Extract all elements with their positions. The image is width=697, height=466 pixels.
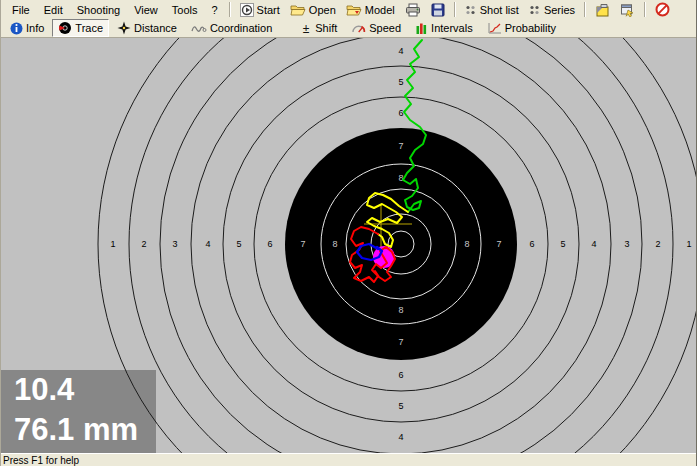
menu-file[interactable]: File	[5, 2, 37, 18]
shot-list-button[interactable]: Shot list	[460, 2, 524, 18]
tab-info-label: Info	[26, 22, 44, 34]
shot-list-icon	[465, 4, 477, 16]
ring-number: 8	[464, 239, 469, 249]
tab-shift-label: Shift	[315, 22, 337, 34]
ring-number: 7	[398, 337, 403, 347]
distance-icon	[117, 21, 131, 35]
tab-intervals-label: Intervals	[431, 22, 473, 34]
tab-intervals[interactable]: Intervals	[409, 20, 479, 37]
intervals-icon	[415, 22, 428, 35]
open-label: Open	[309, 4, 336, 16]
coordination-icon	[191, 22, 207, 35]
trace-icon	[58, 21, 72, 35]
open-folder-icon	[290, 3, 306, 16]
ring-number: 2	[655, 239, 660, 249]
ring-number: 7	[496, 239, 501, 249]
ring-number: 3	[172, 239, 177, 249]
series-button[interactable]: Series	[524, 2, 580, 18]
ring-number: 8	[398, 173, 403, 183]
ring-number: 4	[398, 432, 403, 442]
tab-coordination-label: Coordination	[210, 22, 272, 34]
tab-info[interactable]: Info	[4, 20, 50, 37]
series-label: Series	[544, 4, 575, 16]
toolbar-separator	[229, 2, 231, 17]
menu-edit[interactable]: Edit	[37, 2, 70, 18]
print-button[interactable]	[400, 1, 426, 19]
menu-tools[interactable]: Tools	[165, 2, 205, 18]
toolbar-separator	[584, 2, 586, 17]
shot-list-label: Shot list	[480, 4, 519, 16]
tab-trace-label: Trace	[75, 22, 103, 34]
status-text: Press F1 for help	[3, 455, 79, 466]
ring-number: 7	[300, 239, 305, 249]
probability-icon	[487, 22, 502, 35]
shift-icon: ±	[300, 22, 312, 35]
toolbar-separator	[454, 2, 456, 17]
stop-icon	[655, 2, 670, 17]
ring-number: 1	[686, 239, 691, 249]
view-toolbar: Info Trace Distance Coordination ± Shift…	[1, 19, 696, 38]
ring-number: 8	[332, 239, 337, 249]
print-icon	[405, 3, 421, 17]
tab-distance[interactable]: Distance	[111, 19, 183, 37]
menu-bar: File Edit Shooting View Tools ? Start Op…	[1, 0, 696, 19]
tab-speed-label: Speed	[369, 22, 401, 34]
scatt-window: File Edit Shooting View Tools ? Start Op…	[0, 0, 697, 466]
ring-number: 8	[398, 305, 403, 315]
ring-number: 1	[110, 239, 115, 249]
ring-number: 4	[205, 239, 210, 249]
target-view[interactable]: 10.4 76.1 mm 88887777666655554444332211	[1, 38, 696, 453]
ring-number: 6	[529, 239, 534, 249]
ring-number: 3	[624, 239, 629, 249]
ring-number: 4	[591, 239, 596, 249]
ring-number: 6	[398, 370, 403, 380]
svg-text:±: ±	[303, 22, 310, 35]
series-icon	[529, 4, 541, 16]
model-folder-icon	[346, 3, 362, 16]
menu-help[interactable]: ?	[204, 2, 224, 18]
save-button[interactable]	[426, 1, 450, 19]
target-card-button[interactable]	[590, 1, 615, 19]
tab-coordination[interactable]: Coordination	[185, 20, 278, 37]
ring-number: 4	[398, 46, 403, 56]
start-icon	[240, 3, 254, 17]
tab-shift[interactable]: ± Shift	[294, 20, 343, 37]
ring-number: 5	[560, 239, 565, 249]
ring-number: 7	[398, 141, 403, 151]
info-icon	[10, 22, 23, 35]
ring-number: 5	[398, 401, 403, 411]
ring-number: 5	[398, 77, 403, 87]
menu-shooting[interactable]: Shooting	[70, 2, 127, 18]
tab-probability-label: Probability	[505, 22, 556, 34]
start-button[interactable]: Start	[235, 1, 285, 19]
window-arrow-icon	[620, 3, 635, 17]
window-arrange-button[interactable]	[615, 1, 640, 19]
tab-probability[interactable]: Probability	[481, 20, 562, 37]
tab-trace[interactable]: Trace	[52, 19, 109, 37]
open-button[interactable]: Open	[285, 1, 341, 18]
stop-button[interactable]	[650, 0, 675, 19]
menu-view[interactable]: View	[127, 2, 165, 18]
model-label: Model	[365, 4, 395, 16]
status-bar: Press F1 for help	[1, 453, 696, 466]
ring-number: 6	[267, 239, 272, 249]
start-label: Start	[257, 4, 280, 16]
save-icon	[431, 3, 445, 17]
toolbar-separator	[644, 2, 646, 17]
target-card-icon	[595, 3, 610, 17]
tab-speed[interactable]: Speed	[345, 20, 407, 36]
ring-number: 6	[398, 108, 403, 118]
ring-number: 5	[236, 239, 241, 249]
model-button[interactable]: Model	[341, 1, 400, 18]
target-canvas: 88887777666655554444332211	[1, 38, 696, 453]
ring-number: 2	[141, 239, 146, 249]
speed-icon	[351, 22, 366, 34]
tab-distance-label: Distance	[134, 22, 177, 34]
